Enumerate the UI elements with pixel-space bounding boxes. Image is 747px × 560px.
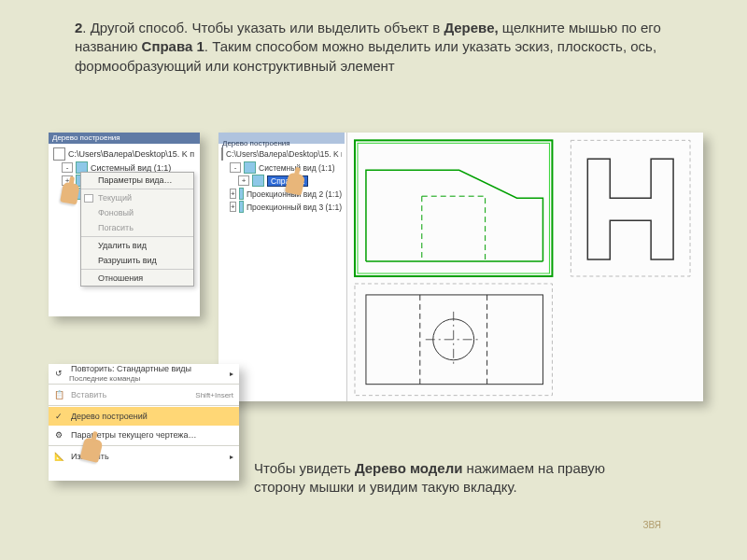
tree-item: Системный вид (1:1) (91, 163, 171, 173)
expand-icon: + (238, 175, 249, 186)
panel-title: Дерево построения (49, 133, 124, 143)
svg-rect-1 (358, 143, 549, 273)
svg-rect-0 (355, 140, 552, 276)
settings-icon: ⚙ (52, 430, 65, 440)
repeat-icon: ↺ (52, 369, 65, 378)
expand-icon: + (230, 202, 236, 212)
menu-item-recent: Последние команды (69, 374, 140, 383)
screenshot-tree-menu: Дерево построения C:\Users\Валера\Deskto… (49, 133, 200, 316)
doc-icon (53, 147, 65, 161)
menu-item-bg: Фоновый (81, 205, 193, 220)
signature: ЗВЯ (642, 520, 661, 530)
paste-icon: 📋 (52, 390, 65, 399)
view-icon (239, 201, 244, 213)
menu-item-off: Погасить (81, 220, 193, 235)
shortcut-label: Shift+Insert (195, 391, 233, 399)
pointing-hand-icon (60, 182, 80, 205)
expand-icon: - (230, 162, 241, 173)
menu-item-destroy: Разрушить вид (81, 253, 193, 268)
doc-icon (221, 147, 223, 161)
instruction-text: 2. Другой способ. Чтобы указать или выде… (75, 19, 708, 76)
view-icon (252, 175, 264, 187)
view-icon (239, 188, 244, 200)
menu-item-current: Текущий (81, 190, 193, 205)
panel-title: Дерево построения (218, 138, 294, 148)
menu-item-tree: Дерево построений (71, 412, 233, 421)
screenshot-drawing: Дерево построения C:\Users\Валера\Deskto… (218, 133, 703, 401)
tree-item: Проекционный вид 3 (1:1) (247, 203, 342, 212)
screenshot-context-menu: ↺ Повторить: Стандартные виды Последние … (49, 364, 239, 481)
expand-icon: - (62, 162, 73, 173)
menu-item-repeat: Повторить: Стандартные виды (71, 364, 191, 373)
menu-item-relations: Отношения (81, 271, 193, 286)
tree-file: C:\Users\Валера\Desktop\15. K п (226, 149, 342, 159)
ruler-icon: 📐 (52, 452, 65, 461)
bottom-instruction-text: Чтобы увидеть Дерево модели нажимаем на … (254, 459, 635, 497)
menu-item-paste: Вставить (71, 390, 190, 399)
svg-rect-6 (571, 140, 690, 276)
context-menu: Параметры вида… Текущий Фоновый Погасить… (80, 172, 194, 287)
check-icon: ✓ (52, 412, 65, 421)
view-icon (244, 161, 256, 174)
drawing-canvas (346, 133, 703, 401)
expand-icon: + (230, 189, 236, 199)
svg-rect-8 (366, 295, 543, 385)
menu-item-params: Параметры вида… (81, 173, 193, 188)
model-tree-panel: Дерево построения C:\Users\Валера\Deskto… (218, 133, 345, 401)
tree-file: C:\Users\Валера\Desktop\15. K п (68, 149, 194, 159)
menu-item-delete: Удалить вид (81, 238, 193, 253)
